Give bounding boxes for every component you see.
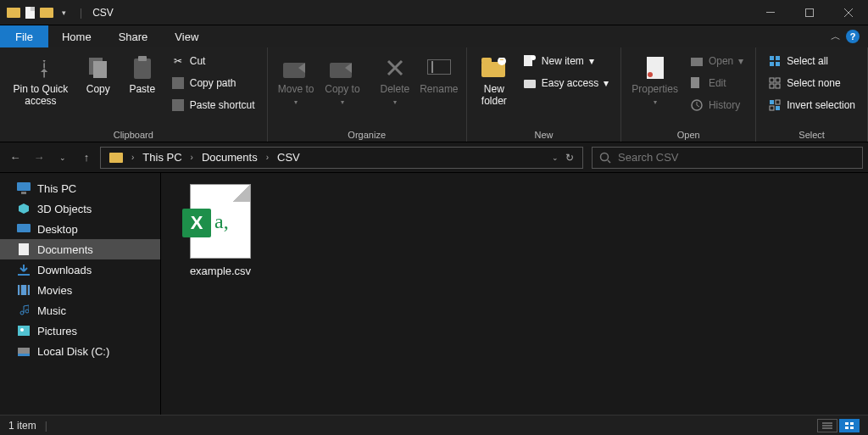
refresh-button[interactable]: ↻: [565, 152, 574, 164]
title-bar: ▾ | CSV: [0, 0, 868, 25]
close-button[interactable]: [829, 0, 868, 25]
chevron-right-icon[interactable]: ›: [130, 153, 136, 162]
properties-icon: [642, 54, 669, 81]
svg-rect-41: [770, 100, 774, 104]
maximize-button[interactable]: [790, 0, 829, 25]
downloads-icon: [17, 263, 31, 276]
svg-rect-52: [18, 274, 30, 276]
breadcrumb-documents[interactable]: Documents: [197, 151, 263, 164]
open-button[interactable]: Open ▾: [685, 53, 748, 70]
forward-button[interactable]: →: [29, 148, 49, 168]
tab-home[interactable]: Home: [48, 25, 105, 47]
svg-rect-48: [17, 182, 31, 191]
pictures-icon: [17, 324, 31, 337]
easy-access-icon: [523, 76, 537, 90]
tab-view[interactable]: View: [161, 25, 212, 47]
copy-path-button[interactable]: Copy path: [166, 75, 260, 92]
easy-access-button[interactable]: Easy access ▾: [518, 75, 614, 92]
edit-button[interactable]: Edit: [685, 75, 748, 92]
pin-to-quick-access-button[interactable]: Pin to Quick access: [5, 51, 76, 125]
svg-rect-54: [19, 285, 21, 295]
computer-icon: [17, 181, 31, 195]
navigation-pane: This PC 3D Objects Desktop Documents Dow…: [0, 173, 161, 415]
new-folder-icon: [481, 54, 508, 81]
help-button[interactable]: ?: [846, 30, 860, 43]
icons-view-button[interactable]: [839, 419, 860, 432]
svg-rect-44: [776, 106, 780, 110]
scissors-icon: ✂: [171, 54, 185, 68]
svg-rect-1: [7, 8, 13, 10]
sidebar-item-downloads[interactable]: Downloads: [0, 259, 160, 280]
copy-button[interactable]: Copy: [76, 51, 120, 125]
svg-rect-27: [524, 80, 536, 88]
chevron-right-icon[interactable]: ›: [189, 153, 195, 162]
document-icon: [25, 7, 35, 19]
new-item-button[interactable]: New item ▾: [518, 53, 614, 70]
history-button[interactable]: History: [685, 97, 748, 114]
group-clipboard: Pin to Quick access Copy Paste ✂ Cut: [0, 47, 268, 142]
svg-rect-66: [850, 427, 854, 429]
tab-share[interactable]: Share: [105, 25, 162, 47]
search-input[interactable]: Search CSV: [592, 147, 863, 169]
svg-point-26: [531, 55, 536, 60]
svg-rect-31: [691, 77, 699, 88]
invert-selection-button[interactable]: Invert selection: [763, 97, 860, 114]
breadcrumb-csv[interactable]: CSV: [272, 151, 305, 164]
paste-button[interactable]: Paste: [120, 51, 164, 125]
collapse-ribbon-icon[interactable]: ︿: [831, 30, 841, 44]
status-bar: 1 item |: [0, 415, 868, 435]
breadcrumb-this-pc[interactable]: This PC: [137, 151, 186, 164]
delete-button[interactable]: Delete▾: [373, 51, 417, 125]
details-view-button[interactable]: [817, 419, 837, 432]
qat-dropdown-icon[interactable]: ▾: [58, 8, 70, 17]
movies-icon: [17, 283, 31, 297]
group-new: New folder New item ▾ Easy access ▾: [467, 47, 621, 142]
sidebar-item-desktop[interactable]: Desktop: [0, 219, 160, 239]
rename-button[interactable]: Rename: [417, 51, 461, 125]
svg-rect-5: [766, 12, 775, 13]
delete-icon: [381, 54, 409, 81]
svg-rect-50: [17, 224, 31, 232]
svg-rect-64: [850, 422, 854, 425]
content-pane[interactable]: X a, example.csv: [161, 173, 868, 415]
select-none-button[interactable]: Select none: [763, 75, 860, 92]
up-button[interactable]: ↑: [76, 148, 97, 168]
sidebar-item-music[interactable]: Music: [0, 300, 160, 321]
svg-rect-55: [26, 285, 28, 295]
sidebar-item-movies[interactable]: Movies: [0, 280, 160, 300]
select-none-icon: [768, 76, 782, 90]
file-name: example.csv: [190, 265, 251, 277]
recent-dropdown[interactable]: ⌄: [53, 148, 73, 168]
paste-shortcut-button[interactable]: Paste shortcut: [166, 97, 260, 114]
properties-button[interactable]: Properties▾: [626, 51, 683, 125]
svg-line-47: [608, 160, 610, 163]
tab-file[interactable]: File: [0, 25, 48, 47]
svg-rect-40: [776, 84, 780, 88]
file-thumbnail: X a,: [191, 185, 250, 258]
folder-icon: [40, 8, 53, 18]
select-all-button[interactable]: Select all: [763, 53, 860, 70]
file-item[interactable]: X a, example.csv: [178, 185, 263, 277]
address-history-dropdown[interactable]: ⌄: [552, 153, 559, 162]
invert-selection-icon: [768, 98, 782, 112]
ribbon-tabs: File Home Share View ︿ ?: [0, 25, 868, 47]
group-select: Select all Select none Invert selection …: [756, 47, 868, 142]
sidebar-item-this-pc[interactable]: This PC: [0, 178, 160, 198]
copy-to-button[interactable]: Copy to ▾: [320, 51, 365, 125]
main-area: This PC 3D Objects Desktop Documents Dow…: [0, 173, 868, 415]
svg-rect-36: [776, 62, 780, 66]
sidebar-item-3d-objects[interactable]: 3D Objects: [0, 198, 160, 219]
new-folder-button[interactable]: New folder: [472, 51, 516, 125]
address-bar[interactable]: › This PC › Documents › CSV ⌄ ↻: [100, 147, 583, 169]
chevron-right-icon[interactable]: ›: [264, 153, 270, 162]
sidebar-item-pictures[interactable]: Pictures: [0, 321, 160, 341]
sidebar-item-local-disk[interactable]: Local Disk (C:): [0, 341, 160, 361]
back-button[interactable]: ←: [5, 148, 25, 168]
sidebar-item-documents[interactable]: Documents: [0, 239, 160, 259]
breadcrumb-folder-icon: [104, 153, 128, 163]
svg-rect-33: [770, 56, 774, 60]
minimize-button[interactable]: [751, 0, 790, 25]
cut-button[interactable]: ✂ Cut: [166, 53, 260, 70]
group-open: Properties▾ Open ▾ Edit: [621, 47, 756, 142]
move-to-button[interactable]: Move to ▾: [273, 51, 320, 125]
